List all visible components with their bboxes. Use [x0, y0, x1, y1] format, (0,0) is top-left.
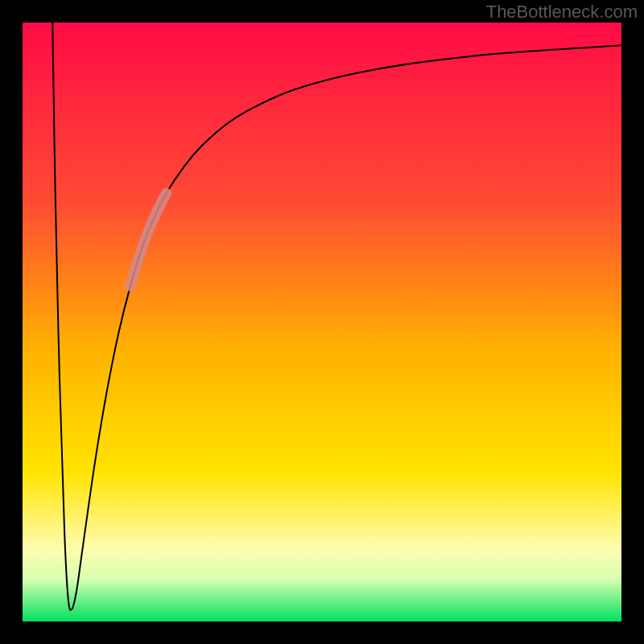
plot-background	[23, 23, 621, 621]
watermark-text: TheBottleneck.com	[486, 2, 638, 23]
bottleneck-chart	[0, 0, 644, 644]
chart-frame: TheBottleneck.com	[0, 0, 644, 644]
